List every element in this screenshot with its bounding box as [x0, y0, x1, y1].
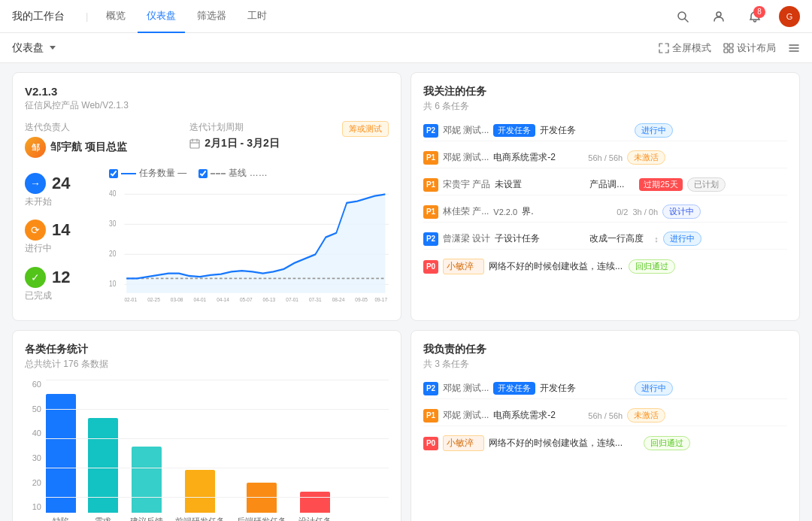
sprint-content: → 24 未开始 ⟳ 14 进行中 ✓ 12: [25, 167, 389, 308]
svg-text:04-14: 04-14: [217, 296, 229, 304]
y-label: 20: [32, 478, 41, 487]
svg-rect-6: [729, 49, 733, 53]
nav-divider: |: [86, 11, 88, 22]
bar-label-frontend: 前端研发任务: [175, 516, 225, 521]
design-layout-button[interactable]: 设计布局: [723, 41, 776, 55]
task-assignee: 邓妮 测试...: [443, 151, 489, 164]
bar-chart-area: 60 50 40 30 20 10: [25, 380, 389, 521]
legend-checkbox-baseline[interactable]: [198, 169, 208, 178]
legend-line-dash: [211, 173, 226, 174]
task-row[interactable]: P0 小敏淬 网络不好的时候创建收益，连续... 回归通过: [423, 256, 787, 277]
task-time: 3h / 0h: [632, 207, 658, 217]
task-row[interactable]: P2 邓妮 测试... 开发任务 开发任务 进行中: [423, 120, 787, 141]
dashboard-title-section[interactable]: 仪表盘: [12, 41, 56, 55]
bar-group-frontend: 前端研发任务: [175, 470, 225, 521]
bar-label-defect: 缺陷: [53, 516, 69, 521]
task-name: 电商系统需求-2: [493, 409, 583, 422]
tab-overview[interactable]: 概览: [97, 0, 135, 33]
sprint-owner-section: 迭代负责人 邹 邹宇航 项目总监: [25, 121, 127, 158]
tab-workhour[interactable]: 工时: [238, 0, 276, 33]
task-status: 设计中: [662, 204, 701, 219]
bar-label-feedback: 建议反馈: [130, 516, 163, 521]
task-status: 未激活: [627, 150, 665, 165]
priority-badge: P0: [423, 260, 438, 274]
nav-right: 8 G: [671, 5, 800, 29]
svg-text:03-08: 03-08: [171, 296, 183, 304]
fullscreen-label: 全屏模式: [672, 41, 711, 55]
legend-label-baseline: 基线 ……: [229, 167, 267, 180]
my-attention-list: P2 邓妮 测试... 开发任务 开发任务 进行中 P1 邓妮 测试... 电商…: [423, 120, 787, 277]
sprint-stats: → 24 未开始 ⟳ 14 进行中 ✓ 12: [25, 167, 100, 308]
my-attention-title: 我关注的任务: [423, 85, 787, 98]
bar-group-feedback: 建议反馈: [130, 447, 163, 521]
task-row[interactable]: P1 邓妮 测试... 电商系统需求-2 56h / 56h 未激活: [423, 405, 787, 426]
priority-badge: P2: [423, 382, 438, 395]
tab-filter[interactable]: 筛选器: [188, 0, 235, 33]
legend-checkbox-task[interactable]: [109, 169, 118, 178]
svg-text:02-01: 02-01: [124, 296, 137, 304]
priority-badge: P1: [423, 205, 438, 219]
legend-task-count: 任务数量 —: [109, 167, 186, 180]
bar-chart-title: 各类任务统计: [25, 343, 389, 356]
chevron-down-icon: [50, 46, 56, 50]
y-label: 60: [32, 380, 41, 389]
legend-line-solid: [121, 173, 136, 174]
task-row[interactable]: P1 宋贵宇 产品 未设置 产品调... 过期25天 已计划: [423, 174, 787, 195]
search-icon[interactable]: [671, 5, 695, 29]
task-icon: ↕: [654, 235, 659, 244]
my-tasks-list: P2 邓妮 测试... 开发任务 开发任务 进行中 P1 邓妮 测试... 电商…: [423, 378, 787, 454]
menu-icon[interactable]: [788, 42, 800, 54]
task-name: 开发任务: [540, 124, 630, 137]
bar-label-design: 设计任务: [298, 516, 332, 521]
y-label: 50: [32, 404, 41, 413]
stat-count-completed: 12: [52, 268, 70, 287]
svg-text:20: 20: [109, 250, 116, 258]
nav-tabs: 概览 仪表盘 筛选器 工时: [97, 0, 671, 33]
task-row[interactable]: P0 小敏淬 网络不好的时候创建收益，连续... 回归通过: [423, 432, 787, 454]
owner-name: 邹宇航 项目总监: [50, 141, 127, 154]
fullscreen-button[interactable]: 全屏模式: [659, 41, 711, 55]
stat-count-in-progress: 14: [52, 220, 70, 240]
svg-text:08-24: 08-24: [332, 296, 345, 304]
legend-baseline: 基线 ……: [198, 167, 267, 180]
svg-text:30: 30: [109, 220, 116, 228]
svg-text:10: 10: [109, 280, 116, 288]
legend-label-task: 任务数量 —: [139, 167, 186, 180]
task-assignee: 林佳荣 产...: [443, 205, 489, 218]
task-assignee: 邓妮 测试...: [443, 409, 489, 422]
notification-icon[interactable]: 8: [743, 5, 767, 29]
stat-label-completed: 已完成: [25, 289, 52, 302]
task-time: 56h / 56h: [588, 153, 623, 162]
y-label: 40: [32, 429, 41, 438]
avatar[interactable]: G: [779, 6, 800, 27]
overdue-badge: 过期25天: [639, 178, 682, 191]
owner-avatar: 邹: [25, 137, 46, 158]
avatar-text: G: [786, 12, 793, 21]
svg-line-1: [685, 19, 688, 22]
task-assignee: 小敏淬: [443, 435, 484, 451]
sprint-period-label: 迭代计划周期: [189, 121, 280, 134]
task-row[interactable]: P1 林佳荣 产... V2.2.0 界. 0/2 3h / 0h 设计中: [423, 201, 787, 223]
stat-label-not-started: 未开始: [25, 195, 52, 208]
user-icon[interactable]: [707, 5, 731, 29]
bar-demand: [88, 418, 118, 513]
bar-group-design: 设计任务: [298, 492, 332, 521]
task-row[interactable]: P1 邓妮 测试... 电商系统需求-2 56h / 56h 未激活: [423, 147, 787, 168]
tab-dashboard[interactable]: 仪表盘: [138, 0, 185, 33]
svg-rect-10: [190, 140, 199, 148]
my-tasks-count: 共 3 条任务: [423, 358, 787, 371]
bar-chart-subtitle: 总共统计 176 条数据: [25, 358, 389, 371]
svg-point-2: [717, 12, 721, 17]
sub-navigation: 仪表盘 全屏模式 设计布局: [0, 33, 812, 63]
task-status: 已计划: [687, 177, 726, 192]
sprint-path: 征信风控产品 Web/V2.1.3: [25, 99, 389, 112]
bar-group-defect: 缺陷: [46, 394, 76, 521]
task-row[interactable]: P2 曾潇梁 设计 子设计任务 改成一行高度 ↕ 进行中: [423, 229, 787, 250]
priority-badge: P0: [423, 437, 438, 450]
stat-icon-in-progress: ⟳: [25, 220, 46, 241]
sprint-version: V2.1.3: [25, 85, 389, 98]
task-row[interactable]: P2 邓妮 测试... 开发任务 开发任务 进行中: [423, 378, 787, 399]
task-status: 进行中: [635, 381, 673, 395]
task-desc: 改成一行高度: [589, 232, 650, 245]
top-navigation: 我的工作台 | 概览 仪表盘 筛选器 工时 8 G: [0, 0, 812, 33]
